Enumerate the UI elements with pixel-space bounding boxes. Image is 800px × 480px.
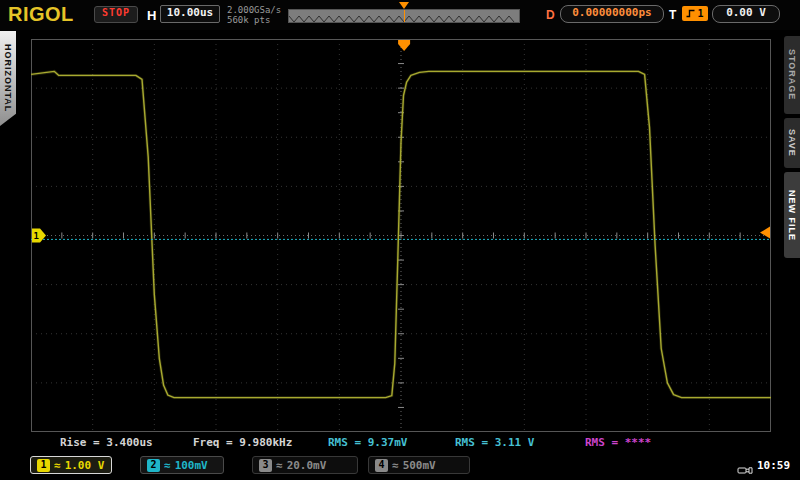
top-bar: RIGOL STOP H 10.00us 2.000GSa/s 560k pts…: [0, 0, 800, 30]
channel-2-status[interactable]: 2 ≈ 100mV: [140, 456, 224, 474]
measurement-rise: Rise = 3.400us: [60, 436, 153, 449]
memory-depth-value: 560k pts: [227, 15, 281, 25]
record-waveform-thumbnail: [289, 13, 517, 25]
delay-value[interactable]: 0.00000000ps: [560, 5, 664, 23]
tab-new-file[interactable]: NEW FILE: [784, 172, 800, 258]
channel-2-scale: 100mV: [175, 459, 208, 472]
channel-3-number-badge: 3: [259, 459, 272, 472]
rising-edge-icon: [686, 9, 695, 18]
tab-save[interactable]: SAVE: [784, 118, 800, 168]
coupling-icon: ≈: [54, 459, 61, 472]
waveform-display: 1: [31, 39, 771, 432]
trigger-position-marker-icon[interactable]: [399, 2, 409, 14]
tab-storage[interactable]: STORAGE: [784, 36, 800, 114]
trigger-source-badge[interactable]: 1: [682, 6, 708, 21]
scope-graticule-and-traces: 1: [31, 39, 771, 432]
trigger-level-marker: [760, 227, 770, 239]
channel-status-bar: 1 ≈ 1.00 V 2 ≈ 100mV 3 ≈ 20.0mV 4 ≈ 500m…: [0, 454, 800, 480]
channel-1-scale: 1.00 V: [65, 459, 105, 472]
coupling-icon: ≈: [276, 459, 283, 472]
channel-4-scale: 500mV: [403, 459, 436, 472]
coupling-icon: ≈: [164, 459, 171, 472]
channel-4-number-badge: 4: [375, 459, 388, 472]
channel-2-number-badge: 2: [147, 459, 160, 472]
horizontal-label: H: [147, 8, 156, 23]
brand-logo: RIGOL: [8, 3, 74, 26]
coupling-icon: ≈: [392, 459, 399, 472]
channel-3-status[interactable]: 3 ≈ 20.0mV: [252, 456, 358, 474]
usb-icon: [737, 461, 753, 480]
trigger-position-marker: [398, 40, 410, 51]
clock: 10:59: [757, 459, 790, 472]
delay-label: D: [546, 8, 555, 22]
channel-4-status[interactable]: 4 ≈ 500mV: [368, 456, 470, 474]
run-state-badge[interactable]: STOP: [94, 6, 138, 23]
trigger-source-number: 1: [697, 8, 703, 19]
tab-horizontal[interactable]: HORIZONTAL: [0, 31, 16, 126]
channel-1-status[interactable]: 1 ≈ 1.00 V: [30, 456, 112, 474]
measurement-rms-ch1: RMS = 3.11 V: [455, 436, 534, 449]
trigger-label: T: [669, 8, 676, 22]
acquisition-info: 2.000GSa/s 560k pts: [227, 5, 281, 25]
trigger-level-value[interactable]: 0.00 V: [712, 5, 780, 23]
svg-text:1: 1: [34, 231, 39, 241]
measurements-row: Rise = 3.400us Freq = 9.980kHz RMS = 9.3…: [31, 436, 771, 450]
measurement-rms-ch3: RMS = ****: [585, 436, 651, 449]
channel-3-scale: 20.0mV: [287, 459, 327, 472]
record-position-strip[interactable]: [288, 9, 520, 23]
channel-1-number-badge: 1: [37, 459, 50, 472]
measurement-rms-ch2: RMS = 9.37mV: [328, 436, 407, 449]
sample-rate-value: 2.000GSa/s: [227, 5, 281, 15]
timebase-value[interactable]: 10.00us: [160, 5, 220, 23]
measurement-freq: Freq = 9.980kHz: [193, 436, 292, 449]
